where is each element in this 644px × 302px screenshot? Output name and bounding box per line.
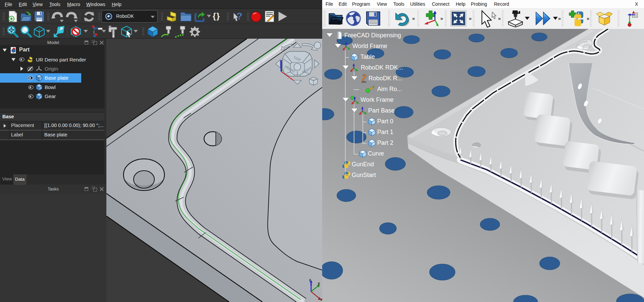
svg-text:z: z [309, 278, 311, 282]
svg-text:y: y [318, 281, 320, 285]
